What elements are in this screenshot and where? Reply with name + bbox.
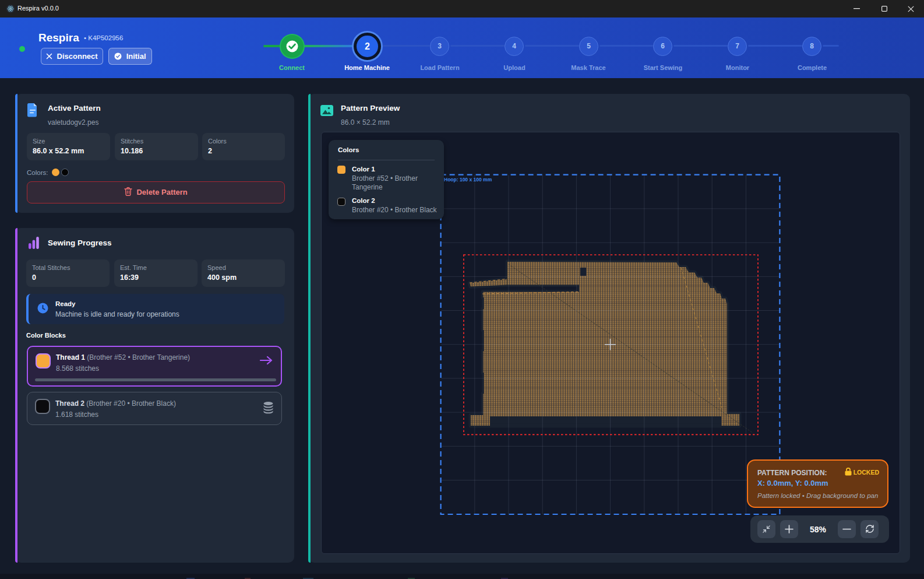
- svg-text:Hoop: 100 x 100 mm: Hoop: 100 x 100 mm: [444, 177, 492, 183]
